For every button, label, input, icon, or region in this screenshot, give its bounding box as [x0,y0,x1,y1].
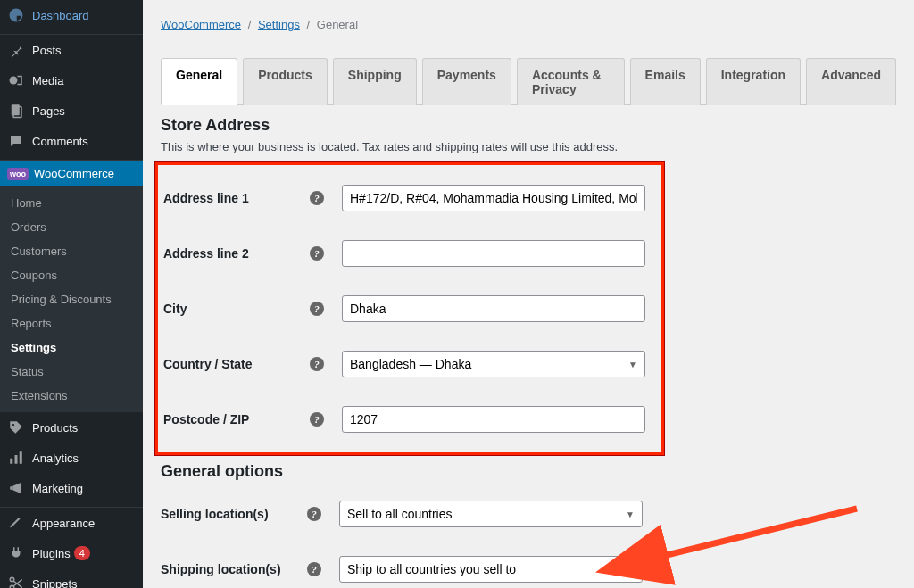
input-address1[interactable] [342,185,645,211]
help-icon[interactable]: ? [307,507,321,521]
scissors-icon [7,575,25,588]
submenu-status[interactable]: Status [0,360,143,384]
select-selling[interactable]: Sell to all countries ▼ [339,501,643,527]
label-address2: Address line 2 [163,246,249,261]
submenu-settings[interactable]: Settings [0,335,143,360]
tab-shipping[interactable]: Shipping [333,58,417,105]
woo-icon: woo [7,168,29,180]
select-shipping-loc[interactable]: Ship to all countries you sell to ▼ [339,556,643,583]
help-icon[interactable]: ? [307,562,321,576]
help-icon[interactable]: ? [310,246,324,261]
tab-emails[interactable]: Emails [630,58,701,105]
highlighted-address-section: Address line 1 ? Address line 2 ? City ? [155,162,664,455]
label-country: Country / State [163,357,253,371]
sidebar-item-comments[interactable]: Comments [0,126,143,156]
sidebar-item-label: Dashboard [32,9,89,22]
admin-sidebar: Dashboard Posts Media Pages Comments woo… [0,0,143,588]
tab-integration[interactable]: Integration [706,58,801,105]
sidebar-item-label: Analytics [32,451,79,465]
general-options-title: General options [161,462,896,481]
main-content: WooCommerce / Settings / General General… [143,0,914,588]
input-address2[interactable] [342,240,645,267]
pin-icon [7,41,25,59]
row-address2: Address line 2 ? [163,226,661,281]
select-value: Ship to all countries you sell to [347,562,516,576]
submenu-pricing[interactable]: Pricing & Discounts [0,287,143,311]
sidebar-item-analytics[interactable]: Analytics [0,443,143,473]
chart-icon [7,449,25,467]
help-icon[interactable]: ? [310,302,324,316]
sidebar-item-label: WooCommerce [34,167,114,180]
row-shipping-loc: Shipping location(s) ? Ship to all count… [161,542,896,588]
tab-general[interactable]: General [161,58,237,105]
tab-advanced[interactable]: Advanced [806,58,896,105]
sidebar-item-label: Snippets [32,577,78,589]
sidebar-item-appearance[interactable]: Appearance [0,508,143,538]
sidebar-item-products[interactable]: Products [0,412,143,443]
sidebar-item-woocommerce[interactable]: woo WooCommerce [0,161,143,186]
sidebar-item-label: Media [32,74,63,87]
label-address1: Address line 1 [163,191,249,205]
sidebar-item-label: Products [32,421,78,435]
sidebar-item-posts[interactable]: Posts [0,35,143,65]
submenu-extensions[interactable]: Extensions [0,384,143,408]
row-city: City ? [163,281,661,336]
row-postcode: Postcode / ZIP ? [163,392,661,447]
woocommerce-submenu: Home Orders Customers Coupons Pricing & … [0,186,143,412]
sidebar-item-marketing[interactable]: Marketing [0,473,143,503]
chevron-down-icon: ▼ [628,360,637,369]
submenu-customers[interactable]: Customers [0,239,143,263]
input-postcode[interactable] [342,406,645,433]
chevron-down-icon: ▼ [626,565,635,575]
sidebar-item-label: Pages [32,104,65,118]
select-value: Sell to all countries [347,507,453,521]
tag-icon [7,418,25,436]
row-selling: Selling location(s) ? Sell to all countr… [161,486,896,542]
sidebar-item-plugins[interactable]: Plugins 4 [0,538,143,568]
plugins-badge: 4 [74,546,90,560]
row-address1: Address line 1 ? [163,170,661,226]
breadcrumb-woocommerce[interactable]: WooCommerce [161,18,241,31]
svg-point-0 [10,77,18,85]
sidebar-item-dashboard[interactable]: Dashboard [0,0,143,30]
sidebar-item-media[interactable]: Media [0,65,143,95]
breadcrumb-sep: / [248,18,252,31]
megaphone-icon [7,479,25,497]
comments-icon [7,132,25,150]
help-icon[interactable]: ? [310,412,324,427]
sidebar-item-pages[interactable]: Pages [0,95,143,126]
sidebar-item-label: Appearance [32,517,95,530]
select-country[interactable]: Bangladesh — Dhaka ▼ [342,351,645,377]
breadcrumb-current: General [317,18,358,31]
tab-payments[interactable]: Payments [422,58,511,105]
sidebar-item-label: Plugins [32,547,71,560]
help-icon[interactable]: ? [310,191,324,205]
store-address-title: Store Address [161,116,896,135]
help-icon[interactable]: ? [310,357,324,371]
input-city[interactable] [342,295,645,322]
submenu-orders[interactable]: Orders [0,215,143,239]
tab-accounts[interactable]: Accounts & Privacy [517,58,625,105]
store-address-desc: This is where your business is located. … [161,140,896,153]
submenu-reports[interactable]: Reports [0,311,143,335]
svg-point-3 [12,424,14,426]
breadcrumb-settings[interactable]: Settings [258,18,300,31]
breadcrumb-sep: / [307,18,311,31]
brush-icon [7,514,25,532]
settings-tabs: General Products Shipping Payments Accou… [161,58,896,105]
tab-products[interactable]: Products [243,58,328,105]
pages-icon [7,102,25,120]
sidebar-item-label: Posts [32,44,62,57]
chevron-down-icon: ▼ [626,509,635,519]
sidebar-item-snippets[interactable]: Snippets [0,568,143,588]
label-postcode: Postcode / ZIP [163,412,249,427]
dashboard-icon [7,6,25,24]
submenu-home[interactable]: Home [0,191,143,215]
submenu-coupons[interactable]: Coupons [0,263,143,287]
label-city: City [163,302,187,316]
svg-rect-5 [15,455,18,464]
svg-rect-4 [10,459,12,464]
sidebar-item-label: Marketing [32,482,83,495]
breadcrumb: WooCommerce / Settings / General [161,9,896,40]
select-value: Bangladesh — Dhaka [350,357,471,371]
